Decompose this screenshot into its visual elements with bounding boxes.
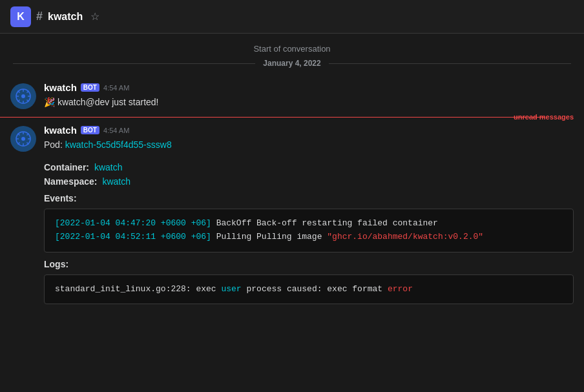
svg-line-19: [27, 134, 29, 136]
message-2-header: kwatch Bot 4:54 AM: [44, 125, 574, 136]
container-label: Container:: [44, 162, 89, 172]
date-divider-label: January 4, 2022: [255, 59, 328, 68]
message-1-content: kwatch Bot 4:54 AM 🎉 kwatch@dev just sta…: [44, 82, 574, 109]
svg-point-1: [21, 94, 25, 98]
message-2-content: kwatch Bot 4:54 AM Pod: kwatch-5c5d5f4d5…: [44, 125, 574, 309]
avatar-kwatch-1: [10, 83, 36, 109]
svg-line-16: [18, 134, 20, 136]
date-divider: January 4, 2022: [13, 59, 571, 68]
message-1-header: kwatch Bot 4:54 AM: [44, 82, 574, 93]
svg-line-8: [18, 100, 20, 102]
logs-header: Logs:: [44, 259, 574, 269]
log-middle: process caused: exec format: [242, 284, 388, 294]
unread-messages-label: unread messages: [514, 113, 574, 121]
events-header: Events:: [44, 193, 574, 203]
svg-line-17: [27, 143, 29, 145]
log-error: error: [388, 284, 413, 294]
conversation-start-label: Start of conversation: [0, 44, 584, 54]
event-line-1: [2022-01-04 04:47:20 +0600 +06] BackOff …: [55, 217, 563, 231]
event-2-prefix: [2022-01-04 04:52:11 +0600 +06]: [55, 232, 211, 242]
message-2-pod: Pod: kwatch-5c5d5f4d55-sssw8: [44, 138, 574, 152]
header: K # kwatch ☆: [0, 0, 584, 34]
log-prefix: standard_init_linux.go:228: exec: [55, 284, 221, 294]
pod-label: Pod:: [44, 139, 63, 150]
message-1-time: 4:54 AM: [103, 84, 129, 92]
workspace-badge: K: [10, 6, 31, 27]
event-line-2: [2022-01-04 04:52:11 +0600 +06] Pulling …: [55, 231, 563, 244]
svg-line-7: [27, 100, 29, 102]
message-2-time: 4:54 AM: [103, 127, 129, 134]
svg-point-11: [21, 137, 25, 141]
event-1-middle: BackOff Back-off restarting failed conta…: [211, 218, 438, 228]
channel-hash-icon: #: [36, 10, 43, 23]
events-code-block: [2022-01-04 04:47:20 +0600 +06] BackOff …: [44, 209, 574, 253]
chat-area: Start of conversation January 4, 2022 kw…: [0, 34, 584, 392]
bot-badge-1: Bot: [81, 83, 99, 92]
namespace-label: Namespace:: [44, 176, 98, 187]
pod-value: kwatch-5c5d5f4d55-sssw8: [65, 139, 172, 150]
message-2-author: kwatch: [44, 125, 77, 136]
avatar-kwatch-2: [10, 126, 36, 152]
event-2-middle: Pulling Pulling image: [211, 232, 327, 242]
log-line-1: standard_init_linux.go:228: exec user pr…: [55, 283, 563, 296]
message-1-text: 🎉 kwatch@dev just started!: [44, 96, 574, 109]
bot-badge-2: Bot: [81, 126, 99, 134]
logs-code-block: standard_init_linux.go:228: exec user pr…: [44, 274, 574, 305]
favorite-star-icon[interactable]: ☆: [90, 10, 99, 23]
log-user: user: [221, 284, 241, 294]
message-2: kwatch Bot 4:54 AM Pod: kwatch-5c5d5f4d5…: [0, 121, 584, 313]
unread-messages-marker: unread messages: [0, 113, 584, 121]
container-value: kwatch: [94, 162, 123, 172]
svg-line-6: [18, 91, 20, 93]
message-1: kwatch Bot 4:54 AM 🎉 kwatch@dev just sta…: [0, 78, 584, 113]
namespace-detail: Namespace: kwatch: [44, 176, 574, 187]
channel-name: kwatch: [48, 11, 83, 23]
event-1-prefix: [2022-01-04 04:47:20 +0600 +06]: [55, 218, 211, 228]
svg-line-18: [18, 143, 20, 145]
container-detail: Container: kwatch: [44, 162, 574, 172]
svg-line-9: [27, 91, 29, 93]
namespace-value: kwatch: [102, 176, 130, 187]
message-1-author: kwatch: [44, 82, 77, 93]
event-2-suffix: "ghcr.io/abahmed/kwatch:v0.2.0": [327, 232, 483, 242]
